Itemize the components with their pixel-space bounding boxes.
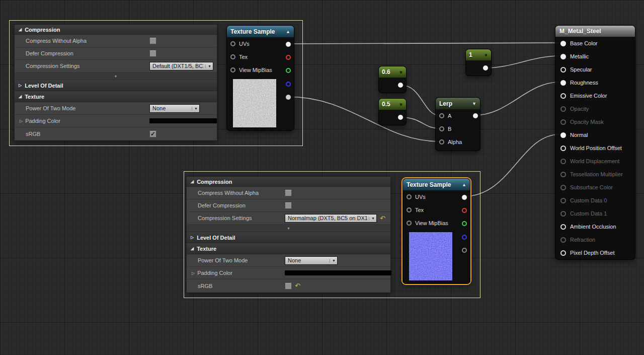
custom-data-0-input-pin[interactable] (560, 198, 566, 203)
opacity-mask-input-pin[interactable] (560, 119, 566, 125)
material-input-row: Custom Data 1 (555, 207, 635, 220)
world-displacement-input-pin[interactable] (560, 159, 566, 164)
lerp-node[interactable]: Lerp ▼ A B Alpha (435, 97, 480, 151)
compression-settings-dropdown[interactable]: Normalmap (DXT5, BC5 on DX11) ▼ (285, 214, 377, 223)
property-label: Power Of Two Mode (187, 257, 248, 263)
constant-node-1[interactable]: 1 ▼ (465, 49, 492, 76)
tex-input-pin[interactable] (230, 54, 235, 59)
material-result-node[interactable]: M_Metal_Steel Base Color Metallic Specul… (555, 25, 635, 260)
g-output-pin[interactable] (462, 221, 467, 226)
collapsed-arrow-icon[interactable]: ▷ (20, 119, 23, 123)
metallic-input-pin[interactable] (560, 54, 566, 59)
tex-input-pin[interactable] (407, 207, 412, 212)
world-position-offset-input-pin[interactable] (560, 146, 566, 151)
section-level-of-detail[interactable]: ▷ Level Of Detail (187, 232, 390, 243)
section-texture[interactable]: ◢ Texture (187, 243, 390, 254)
alpha-input-pin[interactable] (439, 139, 444, 145)
section-label: Compression (197, 179, 232, 185)
pin-label: Subsurface Color (570, 184, 613, 190)
view-mipbias-input-pin[interactable] (407, 221, 412, 226)
node-header[interactable]: Lerp ▼ (436, 98, 480, 109)
node-header[interactable]: 1 ▼ (466, 49, 491, 60)
texture-sample-node-1[interactable]: Texture Sample ▲ UVs Tex View MipBias (226, 25, 294, 131)
section-level-of-detail[interactable]: ▷ Level Of Detail (15, 80, 217, 91)
output-pin[interactable] (398, 83, 403, 88)
details-advanced-expander[interactable]: ▼ (15, 73, 217, 80)
constant-value: 0.6 (382, 68, 390, 76)
padding-color-swatch[interactable] (149, 118, 217, 123)
collapsed-arrow-icon[interactable]: ▷ (192, 271, 195, 275)
opacity-input-pin[interactable] (560, 106, 566, 112)
srgb-checkbox[interactable] (149, 130, 156, 137)
tessellation-multiplier-input-pin[interactable] (560, 172, 566, 177)
compress-without-alpha-checkbox[interactable] (285, 189, 292, 196)
texture-preview-grayscale (233, 79, 276, 127)
material-input-row: Subsurface Color (555, 181, 635, 194)
collapse-arrow-icon[interactable]: ▼ (484, 53, 488, 57)
input-row-b: B (436, 122, 480, 135)
srgb-checkbox[interactable] (285, 282, 292, 290)
defer-compression-checkbox[interactable] (285, 202, 292, 209)
b-output-pin[interactable] (286, 82, 291, 87)
section-compression[interactable]: ◢ Compression (15, 25, 217, 35)
compress-without-alpha-checkbox[interactable] (149, 37, 156, 44)
a-input-pin[interactable] (439, 113, 444, 118)
rgb-output-pin[interactable] (286, 42, 291, 47)
collapse-arrow-icon[interactable]: ▼ (399, 102, 403, 107)
texture-sample-node-2-selected[interactable]: Texture Sample ▲ UVs Tex View MipBias (403, 178, 470, 284)
constant-node-0-5[interactable]: 0.5 ▼ (378, 98, 407, 125)
node-header[interactable]: 0.6 ▼ (379, 66, 406, 78)
node-header[interactable]: Texture Sample ▲ (227, 26, 294, 37)
emissive-color-input-pin[interactable] (560, 93, 566, 99)
power-of-two-mode-dropdown[interactable]: None ▼ (149, 104, 200, 113)
material-graph-canvas[interactable]: ◢ Compression Compress Without Alpha Def… (0, 0, 644, 355)
specular-input-pin[interactable] (560, 67, 566, 73)
rgb-output-pin[interactable] (462, 195, 467, 200)
ambient-occlusion-input-pin[interactable] (560, 224, 566, 230)
defer-compression-checkbox[interactable] (149, 50, 156, 57)
roughness-input-pin[interactable] (560, 80, 566, 86)
pixel-depth-offset-input-pin[interactable] (560, 250, 566, 256)
pin-label: UVs (415, 194, 426, 200)
material-input-row: Refraction (555, 233, 635, 246)
output-pin[interactable] (473, 113, 478, 118)
section-compression[interactable]: ◢ Compression (187, 177, 390, 187)
property-label: Defer Compression (15, 50, 73, 56)
expanded-arrow-icon: ◢ (19, 27, 22, 32)
collapse-arrow-icon[interactable]: ▲ (286, 29, 290, 34)
compression-settings-dropdown[interactable]: Default (DXT1/5, BC1, ▼ (149, 62, 213, 70)
output-pin[interactable] (398, 115, 403, 120)
uvs-input-pin[interactable] (407, 194, 412, 199)
b-output-pin[interactable] (462, 235, 467, 240)
reset-to-default-button[interactable]: ↶ (380, 215, 385, 222)
pin-label: Roughness (570, 80, 598, 86)
output-pin[interactable] (483, 65, 488, 70)
chevron-down-icon: ▼ (369, 217, 375, 220)
r-output-pin[interactable] (462, 208, 467, 213)
collapse-arrow-icon[interactable]: ▲ (462, 182, 466, 187)
a-output-pin[interactable] (286, 95, 291, 100)
node-header[interactable]: Texture Sample ▲ (403, 179, 470, 190)
b-input-pin[interactable] (439, 126, 444, 131)
constant-node-0-6[interactable]: 0.6 ▼ (378, 66, 407, 93)
subsurface-color-input-pin[interactable] (560, 185, 566, 190)
g-output-pin[interactable] (286, 68, 291, 73)
node-header[interactable]: M_Metal_Steel (555, 26, 635, 37)
dropdown-value: Default (DXT1/5, BC1, (152, 63, 204, 69)
reset-to-default-button[interactable]: ↶ (295, 282, 300, 289)
normal-input-pin[interactable] (560, 132, 566, 138)
section-texture[interactable]: ◢ Texture (15, 91, 217, 102)
power-of-two-mode-dropdown[interactable]: None ▼ (285, 256, 338, 265)
base-color-input-pin[interactable] (560, 41, 566, 46)
collapse-arrow-icon[interactable]: ▼ (472, 101, 476, 106)
custom-data-1-input-pin[interactable] (560, 211, 566, 217)
collapse-arrow-icon[interactable]: ▼ (399, 70, 403, 75)
uvs-input-pin[interactable] (230, 41, 235, 46)
details-advanced-expander[interactable]: ▼ (187, 225, 390, 232)
node-header[interactable]: 0.5 ▼ (379, 99, 406, 110)
a-output-pin[interactable] (462, 248, 467, 253)
refraction-input-pin[interactable] (560, 237, 566, 243)
r-output-pin[interactable] (286, 55, 291, 60)
view-mipbias-input-pin[interactable] (230, 67, 235, 73)
padding-color-swatch[interactable] (285, 270, 391, 275)
